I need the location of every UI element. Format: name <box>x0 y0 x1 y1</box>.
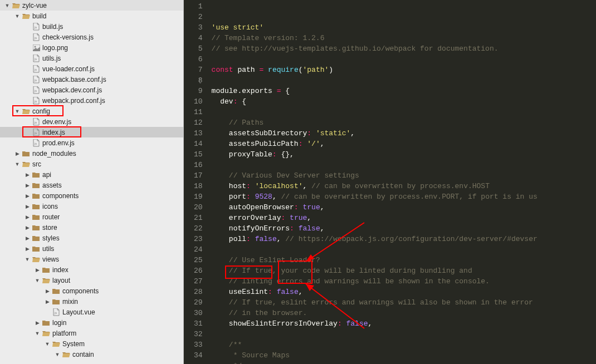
code-line[interactable] <box>212 160 596 170</box>
code-line[interactable]: /** <box>212 340 596 350</box>
tree-item-logo-png[interactable]: logo.png <box>0 42 183 53</box>
code-line[interactable]: // see http://vuejs-templates.github.io/… <box>212 43 596 54</box>
expand-arrow-icon[interactable]: ▶ <box>14 151 20 156</box>
tree-item-Layout-vue[interactable]: jsLayout.vue <box>0 307 183 317</box>
code-editor[interactable]: 1234567{89101112131415161718192021222324… <box>184 0 596 364</box>
code-line[interactable]: showEslintErrorsInOverlay: false, <box>212 318 596 329</box>
expand-arrow-icon[interactable]: ▼ <box>14 161 20 167</box>
code-line[interactable] <box>212 54 596 65</box>
expand-arrow-icon[interactable]: ▶ <box>25 172 30 178</box>
code-line[interactable]: notifyOnErrors: false, <box>212 223 596 234</box>
code-line[interactable]: port: 9528, // can be overwritten by pro… <box>212 191 596 202</box>
expand-arrow-icon[interactable]: ▼ <box>35 278 40 283</box>
code-line[interactable] <box>212 329 596 340</box>
expand-arrow-icon[interactable]: ▼ <box>4 3 10 8</box>
expand-arrow-icon[interactable]: ▼ <box>14 13 20 19</box>
code-line[interactable] <box>212 244 596 255</box>
expand-arrow-icon[interactable]: ▼ <box>35 331 40 336</box>
code-line[interactable]: // If true, your code will be linted dur… <box>212 265 596 276</box>
tree-item-router[interactable]: ▶router <box>0 211 183 222</box>
expand-arrow-icon[interactable]: ▼ <box>14 109 20 114</box>
expand-arrow-icon[interactable]: ▶ <box>25 225 30 230</box>
expand-arrow-icon[interactable]: ▼ <box>25 257 30 262</box>
code-line[interactable]: // Paths <box>212 117 596 128</box>
expand-arrow-icon[interactable]: ▶ <box>25 183 30 188</box>
tree-item-mixin[interactable]: ▶mixin <box>0 296 183 307</box>
token-prop: errorOverlay <box>229 214 281 222</box>
tree-item-build[interactable]: ▼build <box>0 11 183 21</box>
code-line[interactable]: autoOpenBrowser: true, <box>212 202 596 213</box>
code-line[interactable]: * Source Maps <box>212 350 596 361</box>
code-line[interactable]: */ <box>212 361 596 364</box>
code-line[interactable]: // in the browser. <box>212 308 596 318</box>
tree-item-platform[interactable]: ▼platform <box>0 328 183 338</box>
code-line[interactable]: errorOverlay: true, <box>212 213 596 223</box>
code-line[interactable]: // If true, eslint errors and warnings w… <box>212 297 596 308</box>
tree-item-store[interactable]: ▶store <box>0 222 183 233</box>
tree-item-prod-env-js[interactable]: jsprod.env.js <box>0 137 183 148</box>
code-line[interactable] <box>212 107 596 117</box>
tree-item-build-js[interactable]: jsbuild.js <box>0 21 183 32</box>
tree-item-utils-js[interactable]: jsutils.js <box>0 53 183 63</box>
expand-arrow-icon[interactable]: ▼ <box>55 352 60 357</box>
expand-arrow-icon[interactable]: ▶ <box>25 235 30 241</box>
tree-item-webpack-dev-conf-js[interactable]: jswebpack.dev.conf.js <box>0 85 183 95</box>
tree-item-views[interactable]: ▼views <box>0 254 183 264</box>
tree-item-utils[interactable]: ▶utils <box>0 243 183 254</box>
tree-item-vue-loader-conf-js[interactable]: jsvue-loader.conf.js <box>0 63 183 74</box>
tree-item-styles[interactable]: ▶styles <box>0 233 183 243</box>
tree-item-components[interactable]: ▶components <box>0 286 183 296</box>
expand-arrow-icon[interactable]: ▶ <box>25 246 30 252</box>
tree-item-src[interactable]: ▼src <box>0 159 183 169</box>
expand-arrow-icon[interactable]: ▶ <box>35 320 40 326</box>
tree-item-dev-env-js[interactable]: jsdev.env.js <box>0 116 183 127</box>
tree-item-layout[interactable]: ▼layout <box>0 275 183 286</box>
expand-arrow-icon[interactable]: ▶ <box>25 214 30 220</box>
code-line[interactable]: poll: false, // https://webpack.js.org/c… <box>212 234 596 244</box>
expand-arrow-icon[interactable]: ▶ <box>25 193 30 199</box>
tree-item-label: logo.png <box>42 44 68 52</box>
code-line[interactable]: // Template version: 1.2.6 <box>212 33 596 43</box>
expand-arrow-icon[interactable]: ▶ <box>45 288 50 294</box>
tree-item-index-js[interactable]: jsindex.js <box>0 127 183 137</box>
code-line[interactable]: dev: { <box>212 96 596 107</box>
file-tree-sidebar[interactable]: ▼zylc-vue▼buildjsbuild.jsjscheck-version… <box>0 0 184 364</box>
code-line[interactable]: module.exports = { <box>212 86 596 96</box>
token-bool: false <box>346 319 368 328</box>
expand-arrow-icon[interactable]: ▼ <box>45 341 50 347</box>
tree-item-webpack-base-conf-js[interactable]: jswebpack.base.conf.js <box>0 74 183 85</box>
code-line[interactable]: host: 'localhost', // can be overwritten… <box>212 181 596 191</box>
code-line[interactable]: // Use Eslint Loader? <box>212 255 596 265</box>
code-line[interactable]: assetsSubDirectory: 'static', <box>212 128 596 139</box>
code-line[interactable]: const path = require('path') <box>212 65 596 75</box>
token-cm: */ <box>229 362 242 364</box>
expand-arrow-icon[interactable]: ▶ <box>35 267 40 273</box>
tree-item-contain[interactable]: ▼contain <box>0 349 183 360</box>
tree-item-api[interactable]: ▶api <box>0 169 183 180</box>
tree-item-webpack-prod-conf-js[interactable]: jswebpack.prod.conf.js <box>0 95 183 106</box>
tree-item-login[interactable]: ▶login <box>0 317 183 328</box>
tree-item-assets[interactable]: ▶assets <box>0 180 183 190</box>
folder-open-icon <box>42 329 51 338</box>
tree-item-zylc-vue[interactable]: ▼zylc-vue <box>0 0 183 11</box>
code-line[interactable]: // linting errors and warnings will be s… <box>212 276 596 287</box>
tree-item-node_modules[interactable]: ▶node_modules <box>0 148 183 159</box>
code-line[interactable]: useEslint: false, <box>212 287 596 297</box>
expand-arrow-icon[interactable]: ▶ <box>25 204 30 209</box>
code-line[interactable]: // Various Dev Server settings <box>212 170 596 181</box>
tree-item-config[interactable]: ▼config <box>0 106 183 116</box>
tree-item-index[interactable]: ▶index <box>0 264 183 275</box>
token-punc: ( <box>299 66 303 74</box>
token-bool: false <box>299 224 320 233</box>
tree-item-icons[interactable]: ▶icons <box>0 201 183 211</box>
code-line[interactable]: assetsPublicPath: '/', <box>212 139 596 149</box>
code-line[interactable] <box>212 75 596 86</box>
tree-item-check-versions-js[interactable]: jscheck-versions.js <box>0 32 183 42</box>
token-punc <box>212 351 229 360</box>
tree-item-System[interactable]: ▼System <box>0 338 183 349</box>
code-content[interactable]: 'use strict'// Template version: 1.2.6//… <box>208 0 596 364</box>
tree-item-components[interactable]: ▶components <box>0 190 183 201</box>
code-line[interactable]: proxyTable: {}, <box>212 149 596 160</box>
code-line[interactable]: 'use strict' <box>212 22 596 33</box>
expand-arrow-icon[interactable]: ▶ <box>45 299 50 304</box>
